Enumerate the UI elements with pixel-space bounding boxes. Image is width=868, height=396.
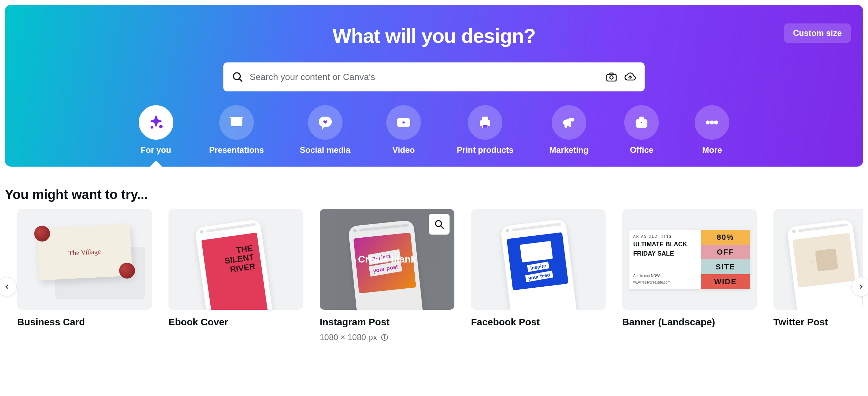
category-icon-circle <box>624 105 659 140</box>
custom-size-button[interactable]: Custom size <box>784 23 851 43</box>
svg-line-5 <box>441 226 443 228</box>
template-card-instagram-post: Perfectyour postCreate blankInstagram Po… <box>320 209 454 342</box>
category-icon-circle <box>308 105 343 140</box>
category-social-media[interactable]: Social media <box>300 105 350 155</box>
magnify-icon <box>434 219 445 230</box>
more-dots-icon <box>704 114 720 131</box>
category-label: For you <box>141 145 171 155</box>
briefcase-icon <box>633 114 650 131</box>
category-label: Social media <box>300 145 350 155</box>
template-title: Twitter Post <box>773 317 863 328</box>
category-icon-circle <box>139 105 173 140</box>
template-thumbnail[interactable]: ARIAS CLOTHINGULTIMATE BLACKFRIDAY SALEA… <box>622 209 757 310</box>
template-thumbnail[interactable]: Inspireyour feed <box>471 209 606 310</box>
category-label: More <box>702 145 722 155</box>
template-card-row: The VillageBusiness CardTHESILENTRIVEREb… <box>5 209 863 342</box>
printer-icon <box>477 114 493 131</box>
template-thumbnail[interactable]: Perfectyour postCreate blank <box>320 209 454 310</box>
template-dimensions: 1080 × 1080 px <box>320 333 454 342</box>
template-title: Business Card <box>17 317 152 328</box>
category-label: Print products <box>457 145 513 155</box>
heart-bubble-icon <box>317 114 334 131</box>
template-card-facebook-post: Inspireyour feedFacebook Post <box>471 209 606 342</box>
info-icon[interactable] <box>380 333 389 341</box>
template-title: Facebook Post <box>471 317 606 328</box>
svg-line-1 <box>240 79 242 81</box>
preview-button[interactable] <box>429 214 450 235</box>
category-label: Marketing <box>549 145 588 155</box>
create-blank-label[interactable]: Create blank <box>358 254 416 265</box>
hero-title: What will you design? <box>15 24 853 47</box>
template-title: Banner (Landscape) <box>622 317 757 328</box>
category-more[interactable]: More <box>695 105 729 155</box>
sparkle-icon <box>148 114 164 131</box>
category-label: Office <box>630 145 653 155</box>
suggestions-section: You might want to try... The VillageBusi… <box>0 167 868 342</box>
category-icon-circle <box>219 105 254 140</box>
presentation-icon <box>228 114 245 131</box>
svg-point-3 <box>610 76 613 79</box>
carousel-next-button[interactable] <box>851 277 868 296</box>
template-thumbnail[interactable]: THESILENTRIVER <box>168 209 303 310</box>
template-title: Instagram Post <box>320 317 454 328</box>
video-icon <box>395 114 412 131</box>
category-for-you[interactable]: For you <box>139 105 173 155</box>
category-label: Video <box>393 145 415 155</box>
category-row: For youPresentationsSocial mediaVideoPri… <box>15 105 853 155</box>
camera-icon[interactable] <box>605 71 618 83</box>
template-thumbnail[interactable]: The Village <box>17 209 152 310</box>
category-print-products[interactable]: Print products <box>457 105 513 155</box>
category-office[interactable]: Office <box>624 105 659 155</box>
megaphone-icon <box>561 114 577 131</box>
template-thumbnail[interactable]: ··· <box>773 209 863 310</box>
template-title: Ebook Cover <box>168 317 303 328</box>
category-icon-circle <box>695 105 729 140</box>
category-video[interactable]: Video <box>386 105 421 155</box>
template-card-banner-landscape: ARIAS CLOTHINGULTIMATE BLACKFRIDAY SALEA… <box>622 209 757 342</box>
search-bar[interactable] <box>223 62 645 91</box>
suggestions-heading: You might want to try... <box>5 187 863 202</box>
template-card-twitter-post: ···Twitter Post <box>773 209 863 342</box>
search-icon <box>232 71 243 83</box>
cloud-upload-icon[interactable] <box>624 71 636 83</box>
template-card-business-card: The VillageBusiness Card <box>17 209 152 342</box>
search-input[interactable] <box>250 72 599 82</box>
category-presentations[interactable]: Presentations <box>209 105 264 155</box>
category-icon-circle <box>386 105 421 140</box>
hero-banner: Custom size What will you design? For yo… <box>5 5 863 167</box>
category-icon-circle <box>468 105 502 140</box>
category-marketing[interactable]: Marketing <box>549 105 588 155</box>
svg-point-8 <box>384 336 385 336</box>
category-icon-circle <box>552 105 586 140</box>
category-label: Presentations <box>209 145 264 155</box>
template-card-ebook-cover: THESILENTRIVEREbook Cover <box>168 209 303 342</box>
